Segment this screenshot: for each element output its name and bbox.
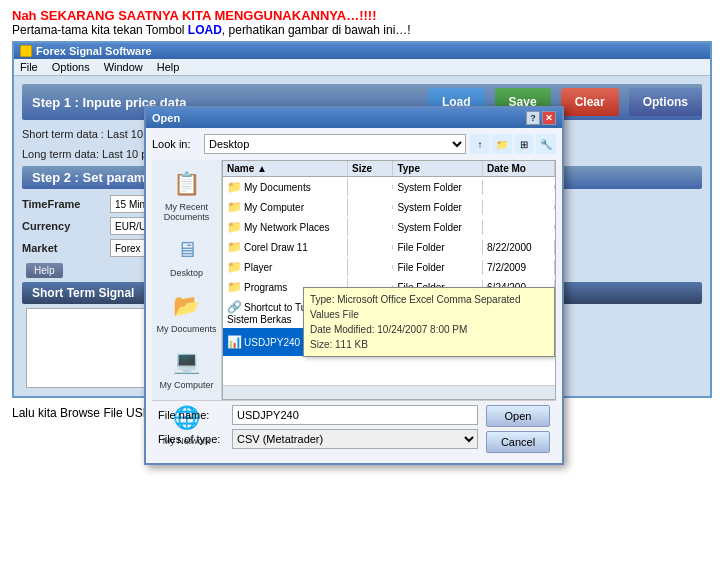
heading-normal: Pertama-tama kita tekan Tombol [12, 23, 188, 37]
file-list-panel: Name ▲ Size Type Date Mo 📁My Documents S… [222, 160, 556, 400]
file-row[interactable]: 📁Player File Folder 7/2/2009 [223, 257, 555, 277]
main-area: Step 1 : Inpute price data Load Save Cle… [14, 76, 710, 396]
folder-icon: 📁 [227, 260, 242, 274]
file-date: 7/2/2009 [483, 260, 555, 275]
file-name: 📁Corel Draw 11 [223, 238, 348, 256]
menu-options[interactable]: Options [52, 61, 90, 73]
nav-new-folder-btn[interactable]: 📁 [492, 134, 512, 154]
filetype-row: Files of type: CSV (Metatrader) All File… [158, 429, 478, 449]
menu-window[interactable]: Window [104, 61, 143, 73]
title-bar: Forex Signal Software [14, 43, 710, 59]
csv-icon: 📊 [227, 335, 242, 349]
file-name: 📁Player [223, 258, 348, 276]
tooltip-line3: Size: 111 KB [310, 337, 548, 352]
menu-bar: File Options Window Help [14, 59, 710, 76]
folder-icon: 📁 [227, 220, 242, 234]
dialog-sidebar: 📋 My Recent Documents 🖥 Desktop 📂 My Doc… [152, 160, 222, 400]
cancel-button[interactable]: Cancel [486, 431, 550, 453]
file-dialog: Open ? ✕ Look in: Desktop ↑ 📁 ⊞ [144, 106, 564, 465]
clear-button[interactable]: Clear [561, 88, 619, 116]
file-list-header: Name ▲ Size Type Date Mo [223, 161, 555, 177]
open-button[interactable]: Open [486, 405, 550, 427]
lookin-label: Look in: [152, 138, 200, 150]
nav-view-btn[interactable]: ⊞ [514, 134, 534, 154]
sidebar-recent[interactable]: 📋 My Recent Documents [152, 168, 221, 222]
file-type: System Folder [393, 220, 483, 235]
dialog-title-bar: Open ? ✕ [146, 108, 562, 128]
file-size [348, 265, 393, 269]
sidebar-mydocs[interactable]: 📂 My Documents [156, 290, 216, 334]
shortcut-icon: 🔗 [227, 300, 242, 314]
sidebar-mydocs-label: My Documents [156, 324, 216, 334]
filename-input[interactable] [232, 405, 478, 425]
folder-icon: 📁 [227, 200, 242, 214]
sidebar-mycomputer-label: My Computer [159, 380, 213, 390]
folder-icon: 📁 [227, 180, 242, 194]
file-date [483, 225, 555, 229]
currency-label: Currency [22, 220, 102, 232]
filetype-label: Files of type: [158, 433, 228, 445]
sidebar-recent-label: My Recent Documents [152, 202, 221, 222]
help-button[interactable]: Help [26, 263, 63, 278]
file-type: File Folder [393, 240, 483, 255]
app-icon [20, 45, 32, 57]
filename-label: File name: [158, 409, 228, 421]
app-window: Forex Signal Software File Options Windo… [12, 41, 712, 398]
dialog-action-btns: Open Cancel [486, 405, 550, 453]
file-type: System Folder [393, 200, 483, 215]
file-size [348, 185, 393, 189]
recent-icon: 📋 [171, 168, 203, 200]
file-date [483, 185, 555, 189]
file-size [348, 245, 393, 249]
file-row[interactable]: 📁Corel Draw 11 File Folder 8/22/2000 [223, 237, 555, 257]
menu-help[interactable]: Help [157, 61, 180, 73]
mycomputer-icon: 💻 [170, 346, 202, 378]
dialog-title-buttons: ? ✕ [526, 111, 556, 125]
file-date: 8/22/2000 [483, 240, 555, 255]
desktop-icon: 🖥 [171, 234, 203, 266]
sidebar-desktop-label: Desktop [170, 268, 203, 278]
lookin-row: Look in: Desktop ↑ 📁 ⊞ 🔧 [152, 134, 556, 154]
sidebar-desktop[interactable]: 🖥 Desktop [170, 234, 203, 278]
sidebar-mycomputer[interactable]: 💻 My Computer [159, 346, 213, 390]
heading-bold: Nah SEKARANG SAATNYA KITA MENGGUNAKANNYA… [12, 8, 377, 23]
lookin-btns: ↑ 📁 ⊞ 🔧 [470, 134, 556, 154]
timeframe-label: TimeFrame [22, 198, 102, 210]
file-name: 📁My Network Places [223, 218, 348, 236]
dialog-help-btn[interactable]: ? [526, 111, 540, 125]
nav-up-btn[interactable]: ↑ [470, 134, 490, 154]
heading-normal2: , perhatikan gambar di bawah ini…! [222, 23, 411, 37]
dialog-main-panel: 📋 My Recent Documents 🖥 Desktop 📂 My Doc… [152, 160, 556, 400]
file-list-body: 📁My Documents System Folder 📁My Computer… [223, 177, 555, 385]
col-name: Name ▲ [223, 161, 348, 176]
file-name: 📁My Documents [223, 178, 348, 196]
dialog-bottom: File name: Files of type: CSV (Metatrade… [152, 400, 556, 457]
horizontal-scrollbar[interactable] [223, 385, 555, 399]
file-size [348, 205, 393, 209]
tooltip-line2: Date Modified: 10/24/2007 8:00 PM [310, 322, 548, 337]
col-size: Size [348, 161, 393, 176]
dialog-body: Look in: Desktop ↑ 📁 ⊞ 🔧 [146, 128, 562, 463]
filetype-select[interactable]: CSV (Metatrader) All Files (*.*) [232, 429, 478, 449]
nav-tools-btn[interactable]: 🔧 [536, 134, 556, 154]
folder-icon: 📁 [227, 280, 242, 294]
dialog-close-btn[interactable]: ✕ [542, 111, 556, 125]
filename-section: File name: Files of type: CSV (Metatrade… [158, 405, 550, 453]
file-row[interactable]: 📁My Documents System Folder [223, 177, 555, 197]
mydocs-icon: 📂 [171, 290, 203, 322]
file-type: File Folder [393, 260, 483, 275]
app-title: Forex Signal Software [36, 45, 152, 57]
col-type: Type [393, 161, 483, 176]
col-date: Date Mo [483, 161, 555, 176]
tooltip-line1: Type: Microsoft Office Excel Comma Separ… [310, 292, 548, 322]
filename-fields: File name: Files of type: CSV (Metatrade… [158, 405, 478, 449]
dialog-title: Open [152, 112, 180, 124]
lookin-select[interactable]: Desktop [204, 134, 466, 154]
options-button[interactable]: Options [629, 88, 702, 116]
filename-row: File name: [158, 405, 478, 425]
menu-file[interactable]: File [20, 61, 38, 73]
file-row[interactable]: 📁My Computer System Folder [223, 197, 555, 217]
file-row[interactable]: 📁My Network Places System Folder [223, 217, 555, 237]
folder-icon: 📁 [227, 240, 242, 254]
market-label: Market [22, 242, 102, 254]
